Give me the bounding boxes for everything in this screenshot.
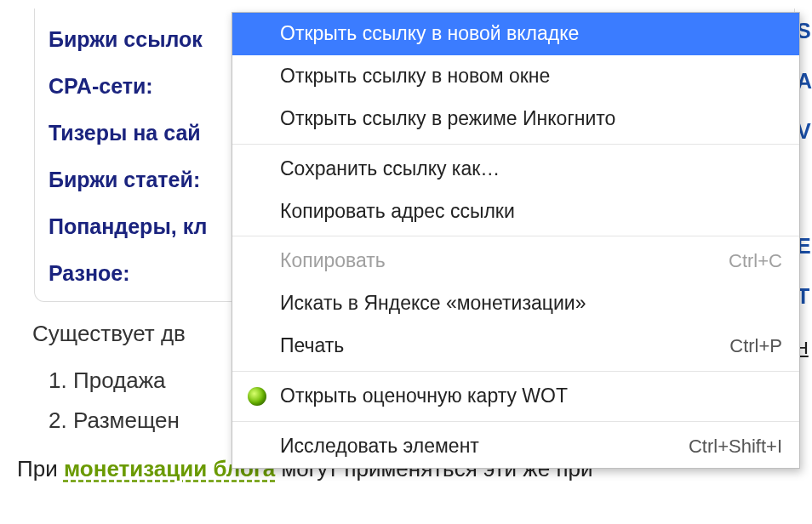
menu-open-new-window[interactable]: Открыть ссылку в новом окне [232,55,799,98]
wot-icon [248,387,266,406]
menu-label: Открыть ссылку в новой вкладке [280,21,579,47]
menu-separator [232,236,799,236]
menu-separator [232,421,799,422]
menu-save-link-as[interactable]: Сохранить ссылку как… [232,148,799,191]
menu-separator [232,144,799,145]
menu-label: Сохранить ссылку как… [280,157,500,182]
menu-label: Исследовать элемент [280,434,479,459]
menu-label: Открыть оценочную карту WOT [280,384,568,409]
menu-label: Открыть ссылку в режиме Инкогнито [280,106,615,132]
text-pre: При [17,456,64,481]
menu-wot[interactable]: Открыть оценочную карту WOT [232,375,799,418]
context-menu: Открыть ссылку в новой вкладке Открыть с… [232,12,800,469]
menu-label: Копировать [280,248,386,274]
menu-open-new-tab[interactable]: Открыть ссылку в новой вкладке [232,13,799,55]
menu-shortcut: Ctrl+C [712,249,782,274]
menu-label: Искать в Яндексе «монетизации» [280,291,586,316]
menu-shortcut: Ctrl+P [712,334,782,359]
menu-open-incognito[interactable]: Открыть ссылку в режиме Инкогнито [232,98,799,140]
page: Биржи ссылок CPA-сети: Тизеры на сай Бир… [0,0,812,524]
menu-label: Печать [280,333,344,359]
menu-label: Открыть ссылку в новом окне [280,64,550,89]
menu-copy-link-address[interactable]: Копировать адрес ссылки [232,191,799,233]
menu-search-yandex[interactable]: Искать в Яндексе «монетизации» [232,282,799,325]
menu-copy: Копировать Ctrl+C [232,240,799,282]
menu-print[interactable]: Печать Ctrl+P [232,325,799,367]
menu-separator [232,371,799,372]
menu-label: Копировать адрес ссылки [280,199,515,225]
menu-shortcut: Ctrl+Shift+I [672,435,782,459]
menu-inspect-element[interactable]: Исследовать элемент Ctrl+Shift+I [232,425,799,468]
